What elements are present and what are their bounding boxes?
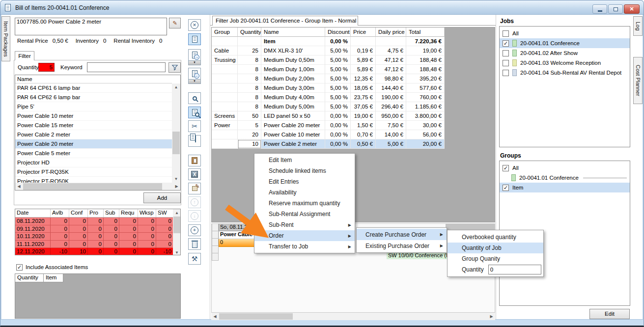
list-item[interactable]: PAR 64 CP62 6 lamp bar bbox=[15, 93, 172, 102]
boq-row[interactable]: Cable25DMX XLR-3 10'5,00 %0,19 €4,75 €19… bbox=[212, 46, 445, 55]
availability-table[interactable]: Date Avlb Conf Pro Sub Requ Wksp SW 08.1… bbox=[15, 209, 181, 255]
checkbox-checked[interactable]: ✓ bbox=[503, 165, 509, 171]
menu-item-quantity-of-job[interactable]: Quantity of Job bbox=[448, 243, 543, 253]
availability-row[interactable]: 09.11.20200000000 bbox=[15, 225, 180, 233]
edit-item-button[interactable] bbox=[188, 183, 201, 194]
move-up-button[interactable]: ↑ bbox=[188, 196, 201, 208]
title-bar[interactable]: Bill of Items 20-0041.01 Conference ✕ bbox=[0, 0, 644, 15]
menu-item-edit-entries[interactable]: Edit Entries bbox=[254, 176, 355, 187]
boq-row[interactable]: 8Medium Duty 2,00m5,00 %12,35 €98,80 €39… bbox=[212, 74, 445, 83]
job-item[interactable]: 20-0041.04 Sub-Rental AV Rental Depot bbox=[500, 68, 630, 78]
list-item[interactable]: Power Cable 10 meter bbox=[15, 111, 172, 121]
add-button[interactable]: Add bbox=[143, 192, 181, 203]
availability-row[interactable]: 10.11.20200000000 bbox=[15, 233, 180, 241]
scroll-thumb[interactable] bbox=[219, 313, 293, 320]
menu-item-availability[interactable]: Availability bbox=[254, 187, 355, 198]
boq-row-selected[interactable]: 10Power Cable 2 meter0,00 %0,50 €5,00 €2… bbox=[212, 139, 445, 149]
scroll-right-icon[interactable]: ▶ bbox=[173, 183, 180, 191]
availability-row-critical[interactable]: 12.11.2020-10100000-10 bbox=[15, 248, 180, 255]
boq-row[interactable]: Power5Power Cable 20 meter0,00 %1,50 €7,… bbox=[212, 121, 445, 130]
tab-cost-planner[interactable]: Cost Planner bbox=[633, 57, 643, 104]
checkbox[interactable] bbox=[503, 30, 509, 37]
menu-item-existing-purchase-order[interactable]: Existing Purchase Order▶ bbox=[357, 240, 447, 251]
boq-row[interactable]: 8Medium Duty 3,00m5,00 %18,05 €144,40 €5… bbox=[212, 83, 445, 93]
availability-vscrollbar[interactable]: ▲ ▼ bbox=[173, 209, 181, 255]
boq-row[interactable]: 8Medium Duty 4,00m5,00 %23,75 €190,00 €7… bbox=[212, 93, 445, 102]
close-button[interactable]: ✕ bbox=[624, 4, 640, 14]
order-submenu[interactable]: Create Purchase Order▶ Existing Purchase… bbox=[356, 227, 447, 253]
export-excel-button[interactable]: X bbox=[188, 168, 201, 180]
checkbox[interactable] bbox=[503, 60, 509, 66]
export-items-dropdown[interactable]: ▼ bbox=[188, 61, 201, 65]
menu-item-reserve-maximum-quantity[interactable]: Reserve maximum quantity bbox=[254, 198, 355, 209]
menu-item-edit-item[interactable]: Edit Item bbox=[254, 155, 355, 165]
job-item[interactable]: 20-0041.02 After Show bbox=[500, 48, 630, 58]
item-list-vscrollbar[interactable]: ▲ ▼ bbox=[172, 83, 180, 183]
minimize-button[interactable] bbox=[592, 4, 607, 14]
list-item[interactable]: Projector PT-RQ35K bbox=[15, 167, 172, 177]
group-header-conference[interactable]: 20-0041.01 Conference bbox=[500, 173, 630, 183]
scroll-left-icon[interactable]: ◀ bbox=[211, 313, 219, 320]
boq-row[interactable]: Trussing8Medium Duty 0,50m5,00 %5,89 €47… bbox=[212, 55, 445, 65]
edit-item-name-button[interactable]: ✎ bbox=[169, 18, 181, 28]
jobs-list[interactable]: All ✓ 20-0041.01 Conference 20-0041.02 A… bbox=[499, 26, 630, 147]
move-down-button[interactable]: ↓ bbox=[188, 210, 201, 222]
paste-button[interactable] bbox=[188, 155, 201, 166]
import-items-button[interactable]: ← bbox=[188, 68, 201, 80]
search-items-button[interactable] bbox=[188, 92, 201, 104]
tab-item-packages[interactable]: Item Packages bbox=[1, 16, 10, 61]
associated-items-table[interactable]: Quantity Item bbox=[15, 273, 181, 319]
scroll-thumb[interactable] bbox=[172, 132, 180, 154]
menu-item-overbooked-quantity[interactable]: Overbooked quantity bbox=[448, 232, 543, 243]
tab-filter[interactable]: Filter bbox=[15, 51, 34, 60]
boq-row[interactable]: Screens50LED panel 50 x 500,00 %19,00 €9… bbox=[212, 111, 445, 121]
item-list[interactable]: Name PAR 64 CP61 6 lamp bar PAR 64 CP62 … bbox=[15, 75, 181, 191]
quantity-input[interactable] bbox=[38, 63, 55, 72]
grid-date-header[interactable]: So, 08.11.2020 bbox=[219, 224, 254, 231]
menu-item-sub-rental-assignment[interactable]: Sub-Rental Assignment bbox=[254, 209, 355, 219]
scroll-down-icon[interactable]: ▼ bbox=[172, 175, 180, 183]
list-item[interactable]: Power Cable 2 meter bbox=[15, 130, 172, 139]
cancel-button[interactable]: ✕ bbox=[188, 19, 201, 31]
menu-item-transfer-to-job[interactable]: Transfer to Job▶ bbox=[254, 241, 355, 252]
context-menu[interactable]: Edit Item Schedule linked items Edit Ent… bbox=[254, 153, 355, 253]
list-item[interactable]: Projector HD bbox=[15, 158, 172, 167]
delete-button[interactable] bbox=[188, 238, 201, 250]
add-entry-button[interactable]: + bbox=[188, 224, 201, 236]
list-item[interactable]: Power Cable 15 meter bbox=[15, 121, 172, 130]
apply-filter-button[interactable] bbox=[168, 62, 181, 73]
menu-item-order[interactable]: Order▶ bbox=[254, 230, 355, 241]
boq-row[interactable]: 20Power Cable 10 meter0,00 %0,70 €14,00 … bbox=[212, 130, 445, 139]
item-list-header[interactable]: Name bbox=[15, 75, 172, 83]
list-item[interactable]: PAR 64 CP61 6 lamp bar bbox=[15, 83, 172, 93]
grid-date-column[interactable]: So, 08.11.2020 Power Cable 2 meter 0 bbox=[219, 224, 254, 247]
menu-item-schedule-linked-items[interactable]: Schedule linked items bbox=[254, 165, 355, 176]
boq-row[interactable]: 8Medium Duty 5,00m5,00 %37,05 €296,40 €1… bbox=[212, 102, 445, 111]
menu-item-quantity[interactable]: Quantity bbox=[448, 264, 543, 275]
scroll-up-icon[interactable]: ▲ bbox=[172, 83, 180, 91]
purchase-order-submenu[interactable]: Overbooked quantity Quantity of Job Grou… bbox=[447, 230, 544, 277]
menu-item-create-purchase-order[interactable]: Create Purchase Order▶ bbox=[357, 229, 447, 240]
group-item-selected[interactable]: ✓ Item bbox=[500, 183, 630, 192]
tab-log[interactable]: Log bbox=[633, 16, 643, 36]
scroll-down-icon[interactable]: ▼ bbox=[173, 249, 181, 255]
menu-item-sub-rent[interactable]: Sub-Rent▶ bbox=[254, 219, 355, 230]
scroll-left-icon[interactable]: ◀ bbox=[15, 183, 23, 191]
list-item[interactable]: Pipe 5' bbox=[15, 102, 172, 111]
checkbox[interactable] bbox=[503, 50, 509, 56]
job-item-all[interactable]: All bbox=[500, 28, 630, 38]
boq-summary-row[interactable]: Item0,00 %7.220,36 € bbox=[212, 37, 445, 46]
group-item-all[interactable]: ✓ All bbox=[500, 163, 630, 173]
item-name-box[interactable]: 1007785.00 Power Cable 2 meter bbox=[15, 18, 167, 35]
edit-button[interactable]: Edit bbox=[589, 309, 630, 319]
tab-filter-job[interactable]: Filter Job 20-0041.01 Conference - Group… bbox=[212, 16, 358, 26]
bill-of-items-button[interactable] bbox=[188, 33, 201, 45]
copy-button[interactable] bbox=[188, 135, 201, 147]
keyword-input[interactable] bbox=[87, 62, 166, 72]
include-associated-checkbox[interactable]: ✓ bbox=[16, 264, 23, 271]
boq-row[interactable]: 8Medium Duty 1,00m5,00 %5,89 €47,12 €188… bbox=[212, 65, 445, 74]
job-item[interactable]: 20-0041.03 Welcome Reception bbox=[500, 58, 630, 68]
availability-row[interactable]: 08.11.20200000000 bbox=[15, 218, 180, 225]
cut-button[interactable]: ✂ bbox=[188, 120, 201, 132]
checkbox[interactable] bbox=[503, 70, 509, 76]
